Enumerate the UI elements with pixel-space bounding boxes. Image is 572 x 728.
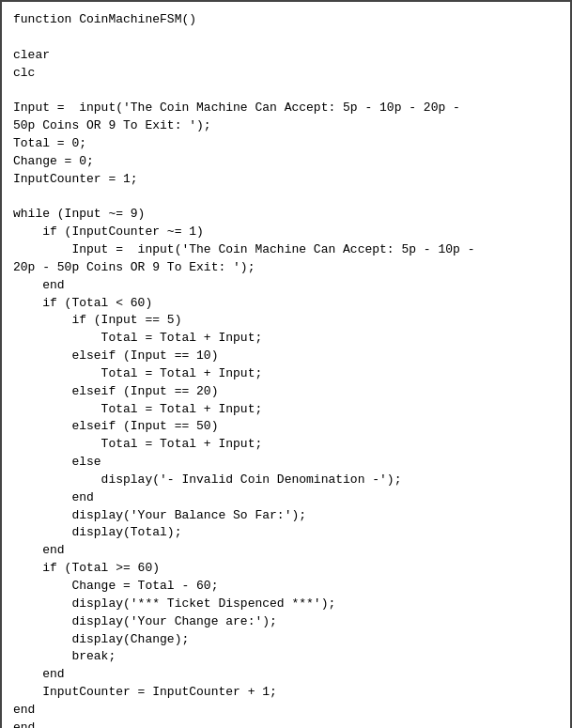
code-editor: function CoinMachineFSM() clear clc Inpu… <box>2 2 570 728</box>
main-window: function CoinMachineFSM() clear clc Inpu… <box>0 0 572 728</box>
code-content: function CoinMachineFSM() clear clc Inpu… <box>13 11 559 728</box>
